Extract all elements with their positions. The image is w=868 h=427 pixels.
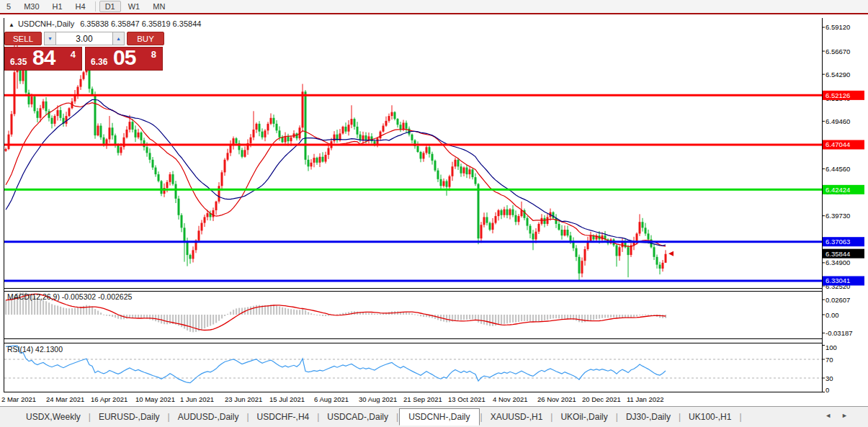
svg-text:6.49460: 6.49460 <box>826 117 850 125</box>
svg-text:21 Sep 2021: 21 Sep 2021 <box>403 395 442 403</box>
svg-text:6.37063: 6.37063 <box>826 238 850 246</box>
chart-tab-usdchf-h4[interactable]: USDCHF-,H4 <box>250 409 317 425</box>
tab-separator: | <box>396 412 398 422</box>
svg-text:6.44560: 6.44560 <box>826 165 850 173</box>
chart-tab-xauusd-h1[interactable]: XAUUSD-,H1 <box>483 409 550 425</box>
chart-tab-bar: USDX,Weekly|EURUSD-,Daily|AUDUSD-,Daily|… <box>0 406 868 427</box>
svg-text:0.02607: 0.02607 <box>826 296 850 304</box>
tab-separator: | <box>89 412 91 422</box>
macd-indicator-label: MACD(12,26,9) -0.005302 -0.002625 <box>7 292 132 301</box>
tab-scroll-left-icon: ◄ <box>825 412 841 419</box>
svg-text:30: 30 <box>826 374 833 382</box>
tab-separator: | <box>246 412 249 422</box>
svg-text:6.35844: 6.35844 <box>826 250 850 258</box>
chart-tab-usdcnh-daily[interactable]: USDCNH-,Daily <box>399 408 479 426</box>
svg-text:6.34900: 6.34900 <box>826 259 850 266</box>
rsi-indicator-label: RSI(14) 42.1300 <box>7 345 63 354</box>
svg-text:26 Nov 2021: 26 Nov 2021 <box>537 395 576 403</box>
buy-button[interactable]: BUY <box>127 32 164 45</box>
svg-text:100: 100 <box>826 343 837 351</box>
svg-text:4 Nov 2021: 4 Nov 2021 <box>493 395 528 403</box>
bid-price-small: 6.35 <box>10 57 27 67</box>
chart-tab-usdx-weekly[interactable]: USDX,Weekly <box>19 409 88 425</box>
ask-price-sup: 8 <box>151 49 156 60</box>
svg-text:16 Apr 2021: 16 Apr 2021 <box>91 395 127 403</box>
chart-tab-uk100-h1[interactable]: UK100-,H1 <box>681 409 738 425</box>
svg-text:6.42424: 6.42424 <box>826 186 850 194</box>
svg-text:20 Dec 2021: 20 Dec 2021 <box>582 395 621 403</box>
tab-separator: | <box>616 412 618 422</box>
svg-text:6.33041: 6.33041 <box>826 277 850 284</box>
chart-symbol-title: USDCNH-,Daily <box>18 19 74 28</box>
svg-text:70: 70 <box>826 356 833 364</box>
svg-text:6.39730: 6.39730 <box>826 212 850 220</box>
svg-text:-0.03187: -0.03187 <box>826 329 853 337</box>
svg-text:6.47044: 6.47044 <box>826 140 850 148</box>
chart-header: ▲USDCNH-,Daily6.35838 6.35847 6.35819 6.… <box>9 19 201 28</box>
svg-text:6 Aug 2021: 6 Aug 2021 <box>314 395 349 403</box>
volume-increase-button[interactable]: ▲ <box>112 32 125 45</box>
tab-scroll-right-icon: ► <box>841 412 858 419</box>
svg-text:6.59120: 6.59120 <box>826 23 850 31</box>
volume-spinner: ▼ ▲ <box>44 32 125 45</box>
volume-input[interactable] <box>56 32 112 45</box>
bid-price-sup: 4 <box>71 49 76 60</box>
tab-separator: | <box>317 412 319 422</box>
tab-separator: | <box>679 412 681 422</box>
svg-text:0.00: 0.00 <box>826 311 839 319</box>
svg-text:0: 0 <box>826 386 829 394</box>
svg-text:1 Jun 2021: 1 Jun 2021 <box>180 395 214 403</box>
bid-price-big: 84 <box>32 45 55 70</box>
chart-ohlc-values: 6.35838 6.35847 6.35819 6.35844 <box>80 19 201 28</box>
chart-tab-dj30-daily[interactable]: DJ30-,Daily <box>619 409 678 425</box>
one-click-collapse-icon[interactable]: ▲ <box>9 22 14 28</box>
tab-separator: | <box>739 412 741 422</box>
ask-price-small: 6.36 <box>91 57 107 67</box>
svg-text:15 Jul 2021: 15 Jul 2021 <box>269 395 305 403</box>
chart-tab-eurusd-daily[interactable]: EURUSD-,Daily <box>91 409 167 425</box>
svg-text:6.54290: 6.54290 <box>826 71 850 78</box>
tab-separator: | <box>480 412 483 422</box>
svg-text:6.56670: 6.56670 <box>826 48 850 55</box>
tab-separator: | <box>550 412 552 422</box>
svg-text:23 Jun 2021: 23 Jun 2021 <box>225 395 262 403</box>
tab-separator: | <box>168 412 170 422</box>
sell-button[interactable]: SELL <box>4 32 42 45</box>
ask-price-big: 05 <box>113 45 135 70</box>
svg-text:6.52126: 6.52126 <box>826 91 850 99</box>
tab-scroll-arrows[interactable]: ◄► <box>825 412 858 419</box>
ask-price-panel[interactable]: 6.36 05 8 <box>85 47 163 71</box>
trading-platform-window: 5M30H1H4D1W1MN 6.591206.566706.542906.51… <box>0 0 868 427</box>
chart-tab-ukoil-daily[interactable]: UKOil-,Daily <box>553 409 614 425</box>
svg-text:10 May 2021: 10 May 2021 <box>135 395 175 403</box>
svg-text:24 Mar 2021: 24 Mar 2021 <box>46 395 84 403</box>
svg-text:2 Mar 2021: 2 Mar 2021 <box>1 395 36 403</box>
svg-text:30 Aug 2021: 30 Aug 2021 <box>359 395 397 403</box>
bid-price-panel[interactable]: 6.35 84 4 <box>4 47 82 71</box>
chart-tab-usdcad-daily[interactable]: USDCAD-,Daily <box>320 409 395 425</box>
one-click-trade-widget: SELL ▼ ▲ BUY 6.35 84 4 6.36 05 8 <box>4 32 164 71</box>
volume-decrease-button[interactable]: ▼ <box>44 32 56 45</box>
svg-text:13 Oct 2021: 13 Oct 2021 <box>448 395 486 403</box>
svg-text:11 Jan 2022: 11 Jan 2022 <box>627 395 664 403</box>
chart-tab-audusd-daily[interactable]: AUDUSD-,Daily <box>171 409 246 425</box>
